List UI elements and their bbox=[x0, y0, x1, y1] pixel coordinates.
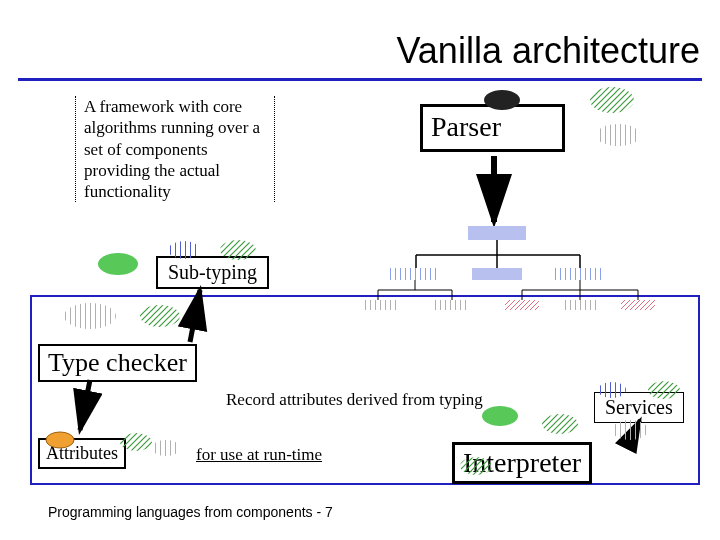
services-box: Services bbox=[594, 392, 684, 423]
typechecker-box: Type checker bbox=[38, 344, 197, 382]
for-use-annotation: for use at run-time bbox=[196, 445, 322, 465]
title-underline bbox=[18, 78, 702, 81]
interpreter-box: Interpreter bbox=[452, 442, 592, 484]
record-attributes-annotation: Record attributes derived from typing bbox=[226, 390, 483, 410]
svg-rect-23 bbox=[621, 300, 655, 310]
svg-line-25 bbox=[80, 380, 90, 430]
slide-title: Vanilla architecture bbox=[397, 30, 701, 72]
framework-description: A framework with core algorithms running… bbox=[75, 96, 275, 202]
hatch-icon bbox=[64, 303, 116, 329]
subtyping-box: Sub-typing bbox=[156, 256, 269, 289]
hatch-icon bbox=[542, 414, 578, 434]
hatch-icon bbox=[140, 305, 180, 327]
parse-tree-icon bbox=[362, 226, 655, 310]
svg-line-26 bbox=[630, 420, 640, 440]
attributes-box: Attributes bbox=[38, 438, 126, 469]
svg-rect-1 bbox=[468, 226, 526, 240]
svg-line-24 bbox=[190, 290, 200, 342]
svg-rect-21 bbox=[505, 300, 539, 310]
hatch-icon bbox=[152, 440, 180, 456]
svg-rect-14 bbox=[362, 300, 396, 310]
hatch-icon bbox=[596, 124, 640, 146]
blob-icon bbox=[98, 253, 138, 275]
blob-icon bbox=[482, 406, 518, 426]
parser-box: Parser bbox=[420, 104, 565, 152]
svg-rect-7 bbox=[390, 268, 440, 280]
svg-rect-22 bbox=[563, 300, 597, 310]
slide-footer: Programming languages from components - … bbox=[48, 504, 333, 520]
svg-rect-9 bbox=[555, 268, 605, 280]
svg-rect-15 bbox=[435, 300, 469, 310]
hatch-icon bbox=[590, 87, 634, 113]
svg-rect-8 bbox=[472, 268, 522, 280]
hatch-icon bbox=[612, 420, 648, 440]
